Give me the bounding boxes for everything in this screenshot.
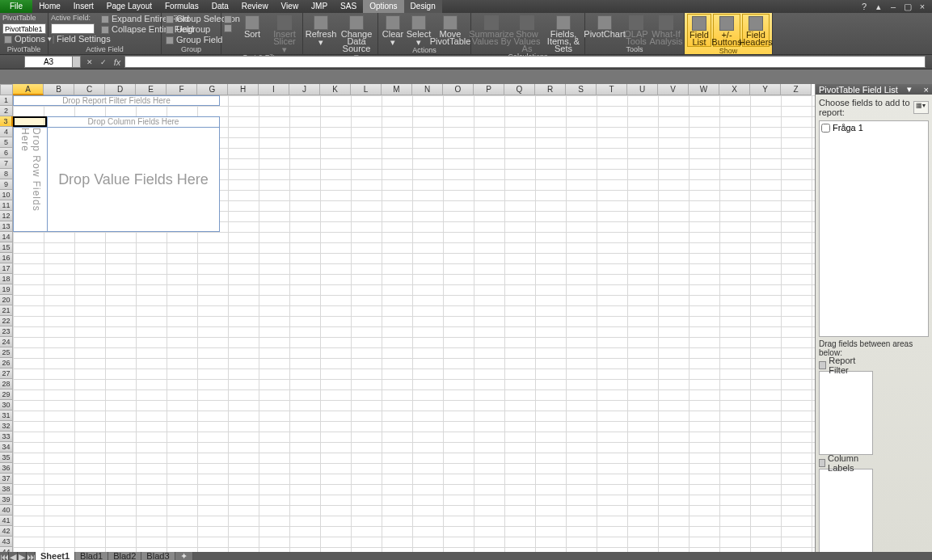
tab-file[interactable]: File: [0, 0, 32, 13]
col-header-J[interactable]: J: [289, 84, 320, 95]
row-header-23[interactable]: 23: [0, 326, 13, 337]
spreadsheet-grid[interactable]: ABCDEFGHIJKLMNOPQRSTUVWXYZ 1234567891011…: [0, 84, 815, 552]
row-header-5[interactable]: 5: [0, 137, 13, 148]
minimize-icon[interactable]: –: [888, 2, 898, 12]
clear-button[interactable]: Clear▾: [381, 14, 405, 46]
row-header-26[interactable]: 26: [0, 358, 13, 368]
fields-items-sets-button[interactable]: Fields, Items, & Sets: [545, 14, 582, 53]
field-item[interactable]: Fråga 1: [821, 123, 926, 133]
sheet-nav-last[interactable]: ⏭: [27, 552, 36, 560]
refresh-button[interactable]: Refresh▾: [306, 14, 336, 61]
col-header-A[interactable]: A: [13, 84, 44, 95]
sheet-tab-blad2[interactable]: Blad2: [108, 552, 141, 560]
row-header-27[interactable]: 27: [0, 368, 13, 379]
row-header-10[interactable]: 10: [0, 190, 13, 200]
row-header-1[interactable]: 1: [0, 95, 13, 106]
row-header-3[interactable]: 3: [0, 116, 13, 127]
row-header-40[interactable]: 40: [0, 505, 13, 516]
tab-view[interactable]: View: [275, 0, 306, 13]
show-values-as-button[interactable]: Show Values As: [511, 14, 543, 53]
tab-options[interactable]: Options: [363, 0, 403, 13]
sheet-nav-prev[interactable]: ◀: [9, 552, 18, 560]
col-header-O[interactable]: O: [443, 84, 474, 95]
row-header-9[interactable]: 9: [0, 179, 13, 190]
row-header-13[interactable]: 13: [0, 221, 13, 232]
col-header-F[interactable]: F: [167, 84, 197, 95]
col-header-Y[interactable]: Y: [750, 84, 781, 95]
row-header-29[interactable]: 29: [0, 389, 13, 400]
col-header-V[interactable]: V: [658, 84, 689, 95]
tab-sas[interactable]: SAS: [334, 0, 363, 13]
restore-icon[interactable]: ▢: [903, 2, 913, 12]
fx-icon[interactable]: fx: [112, 57, 123, 68]
sort-az-icon[interactable]: [224, 15, 232, 23]
sheet-tab-blad1[interactable]: Blad1: [75, 552, 108, 560]
formula-bar[interactable]: [124, 56, 926, 68]
row-header-17[interactable]: 17: [0, 263, 13, 274]
row-header-30[interactable]: 30: [0, 400, 13, 411]
field-settings-button[interactable]: Field Settings: [51, 34, 98, 44]
tab-home[interactable]: Home: [32, 0, 67, 13]
tab-review[interactable]: Review: [235, 0, 275, 13]
tab-formulas[interactable]: Formulas: [158, 0, 205, 13]
row-header-39[interactable]: 39: [0, 495, 13, 505]
field-list-box[interactable]: Fråga 1: [819, 120, 929, 337]
report-filter-area[interactable]: [819, 371, 873, 455]
tab-insert[interactable]: Insert: [67, 0, 100, 13]
col-header-Q[interactable]: Q: [504, 84, 535, 95]
col-header-N[interactable]: N: [412, 84, 443, 95]
pivottable-name-input[interactable]: [2, 23, 46, 34]
row-header-2[interactable]: 2: [0, 106, 13, 116]
row-header-14[interactable]: 14: [0, 232, 13, 242]
col-header-K[interactable]: K: [320, 84, 351, 95]
pivot-row-drop[interactable]: Drop Row Fields Here: [13, 127, 47, 232]
col-header-G[interactable]: G: [197, 84, 228, 95]
row-header-24[interactable]: 24: [0, 337, 13, 347]
field-list-layout-button[interactable]: ▦▾: [913, 101, 929, 114]
row-header-41[interactable]: 41: [0, 516, 13, 526]
sheet-tab-blad3[interactable]: Blad3: [141, 552, 175, 560]
olap-tools-button[interactable]: OLAP Tools: [623, 14, 649, 45]
field-list-button[interactable]: Field List: [687, 14, 711, 47]
col-header-I[interactable]: I: [259, 84, 289, 95]
tab-design[interactable]: Design: [404, 0, 442, 13]
pivot-column-drop[interactable]: Drop Column Fields Here: [47, 116, 220, 127]
active-cell[interactable]: [13, 116, 47, 127]
col-header-W[interactable]: W: [689, 84, 719, 95]
row-header-12[interactable]: 12: [0, 211, 13, 221]
field-checkbox[interactable]: [821, 124, 830, 133]
enter-formula-icon[interactable]: ✓: [98, 57, 109, 68]
row-header-15[interactable]: 15: [0, 242, 13, 253]
row-header-38[interactable]: 38: [0, 484, 13, 495]
active-field-input[interactable]: [51, 23, 95, 34]
new-sheet-button[interactable]: ✦: [175, 552, 193, 560]
pivottable-options-button[interactable]: Options ▾: [2, 34, 53, 44]
col-header-L[interactable]: L: [351, 84, 382, 95]
tab-jmp[interactable]: JMP: [305, 0, 334, 13]
close-icon[interactable]: ×: [917, 2, 927, 12]
whatif-button[interactable]: What-If Analysis: [651, 14, 681, 45]
pivot-value-drop[interactable]: Drop Value Fields Here: [47, 127, 220, 232]
plusminus-buttons-button[interactable]: +/- Buttons: [713, 14, 740, 47]
row-header-7[interactable]: 7: [0, 158, 13, 169]
pivot-filter-drop[interactable]: Drop Report Filter Fields Here: [13, 95, 220, 106]
col-header-E[interactable]: E: [136, 84, 167, 95]
name-box-dropdown[interactable]: [73, 56, 81, 68]
row-header-11[interactable]: 11: [0, 200, 13, 211]
select-all-corner[interactable]: [0, 84, 13, 95]
row-header-8[interactable]: 8: [0, 169, 13, 179]
sheet-nav-first[interactable]: ⏮: [0, 552, 9, 560]
row-header-4[interactable]: 4: [0, 127, 13, 137]
row-header-28[interactable]: 28: [0, 379, 13, 389]
insert-slicer-button[interactable]: Insert Slicer▾: [269, 14, 300, 53]
field-headers-button[interactable]: Field Headers: [742, 14, 770, 47]
col-header-Z[interactable]: Z: [781, 84, 812, 95]
row-header-22[interactable]: 22: [0, 316, 13, 326]
name-box[interactable]: A3: [24, 56, 73, 68]
sheet-nav-next[interactable]: ▶: [18, 552, 27, 560]
row-header-32[interactable]: 32: [0, 421, 13, 432]
row-header-25[interactable]: 25: [0, 347, 13, 358]
row-header-31[interactable]: 31: [0, 411, 13, 421]
move-pivottable-button[interactable]: Move PivotTable: [432, 14, 468, 46]
col-header-M[interactable]: M: [382, 84, 412, 95]
